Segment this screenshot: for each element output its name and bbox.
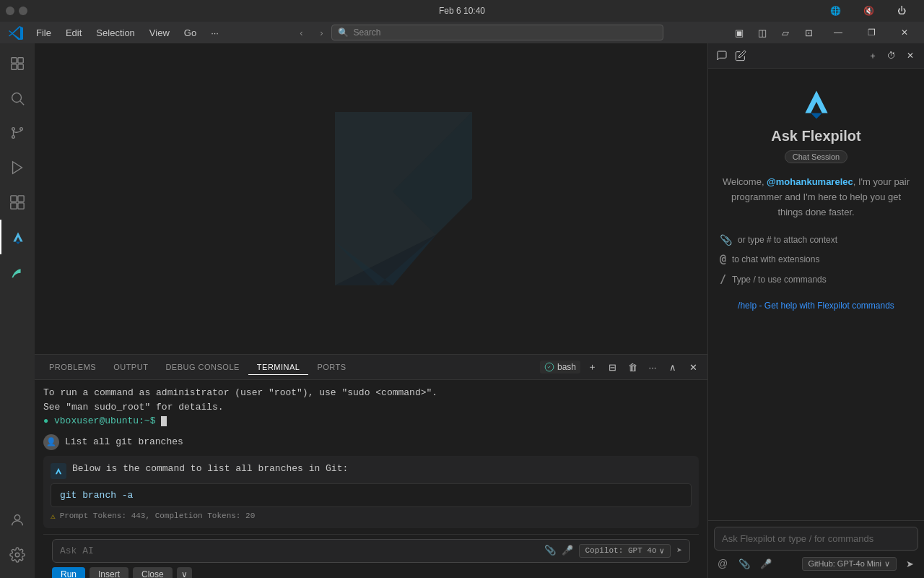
fp-send-button[interactable]: ➤ — [901, 555, 918, 572]
search-placeholder: Search — [353, 27, 380, 38]
activity-account[interactable] — [0, 503, 35, 538]
terminal-close-button[interactable]: ✕ — [684, 358, 702, 376]
close-button[interactable]: ✕ — [888, 22, 921, 43]
titlebar: Feb 6 10:40 🌐 🔇 ⏻ — [0, 0, 924, 22]
welcome-prefix: Welcome, — [723, 176, 767, 187]
search-area: ‹ › 🔍 Search — [226, 25, 729, 40]
help-items: 📎 or type # to attach context @ to chat … — [720, 234, 912, 286]
titlebar-date-time: Feb 6 10:40 — [439, 6, 485, 16]
activity-flexpilot[interactable] — [0, 220, 35, 254]
close-button[interactable]: Close — [133, 567, 173, 579]
terminal-toolbar: bash ＋ ⊟ 🗑 ··· ∧ ✕ — [540, 358, 702, 376]
terminal-prompt: vboxuser@ubuntu:~$ — [54, 415, 155, 426]
tab-problems[interactable]: PROBLEMS — [40, 360, 105, 374]
insert-button[interactable]: Insert — [90, 567, 128, 579]
flutter-logo-area — [35, 43, 707, 354]
svg-point-7 — [12, 136, 15, 139]
ai-send-icon[interactable]: ➤ — [676, 545, 682, 556]
fp-model-badge[interactable]: GitHub: GPT-4o Mini ∨ — [802, 557, 897, 571]
chat-icon[interactable] — [714, 48, 730, 64]
add-chat-button[interactable]: ＋ — [865, 48, 881, 64]
minimize-button[interactable]: — — [821, 22, 855, 43]
fp-at-button[interactable]: @ — [714, 555, 731, 572]
run-button[interactable]: Run — [52, 567, 85, 579]
svg-rect-13 — [11, 203, 17, 209]
layout-customize[interactable]: ⊡ — [798, 25, 819, 40]
terminal-more-button[interactable]: ··· — [644, 358, 661, 376]
layout-panel[interactable]: ◫ — [752, 25, 772, 40]
activity-run[interactable] — [0, 150, 35, 185]
chat-session-badge: Chat Session — [785, 150, 847, 163]
split-terminal-button[interactable]: ⊟ — [603, 358, 621, 376]
terminal-prompt-line: ● vboxuser@ubuntu:~$ — [43, 414, 699, 428]
menu-view[interactable]: View — [142, 25, 177, 41]
help-text-context: or type # to attach context — [738, 235, 837, 245]
mic-icon[interactable]: 🎤 — [562, 545, 573, 556]
mute-icon[interactable]: 🔇 — [852, 0, 885, 22]
edit-icon[interactable] — [733, 48, 749, 64]
menubar: File Edit Selection View Go ··· ‹ › 🔍 Se… — [0, 22, 924, 43]
network-icon[interactable]: 🌐 — [819, 0, 852, 22]
flexpilot-sidebar: ＋ ⏱ ✕ Ask Flexpilot Chat Session Welcome… — [707, 43, 924, 578]
tab-debug-console[interactable]: DEBUG CONSOLE — [157, 360, 248, 374]
titlebar-dot-2 — [19, 7, 27, 15]
fp-input-box[interactable]: Ask Flexpilot or type / for commands — [714, 527, 918, 551]
terminal-content[interactable]: To run a command as administrator (user … — [35, 380, 707, 578]
maximize-button[interactable]: ❐ — [855, 22, 888, 43]
menu-file[interactable]: File — [29, 25, 58, 41]
terminal-collapse-button[interactable]: ∧ — [664, 358, 681, 376]
tab-ports[interactable]: PORTS — [308, 360, 354, 374]
help-link[interactable]: /help - Get help with Flexpilot commands — [738, 301, 894, 311]
tab-terminal[interactable]: TERMINAL — [248, 360, 309, 375]
sidebar-header-actions: ＋ ⏱ ✕ — [865, 48, 918, 64]
menu-go[interactable]: Go — [177, 25, 204, 41]
ai-action-buttons: Run Insert Close ∨ — [52, 567, 690, 579]
svg-rect-3 — [18, 64, 23, 69]
paperclip-icon: 📎 — [720, 234, 732, 246]
ai-response-text: Below is the command to list all branche… — [72, 463, 348, 474]
token-info: ⚠ Prompt Tokens: 443, Completion Tokens:… — [51, 512, 692, 521]
flexpilot-logo — [798, 83, 835, 121]
attach-icon[interactable]: 📎 — [544, 545, 556, 556]
activity-leaf[interactable] — [0, 254, 35, 289]
code-content: git branch -a — [60, 490, 133, 501]
sidebar-close-button[interactable]: ✕ — [902, 48, 918, 64]
ai-input-field[interactable]: Ask AI 📎 🎤 Copilot: GPT 4o ∨ ➤ — [52, 539, 690, 563]
more-options-button[interactable]: ∨ — [177, 567, 192, 579]
fp-attach-button[interactable]: 📎 — [736, 555, 753, 572]
power-icon[interactable]: ⏻ — [885, 0, 918, 22]
new-terminal-button[interactable]: ＋ — [583, 358, 601, 376]
nav-back-button[interactable]: ‹ — [291, 25, 311, 40]
svg-line-5 — [20, 101, 24, 105]
welcome-text: Welcome, @mohankumarelec, I'm your pair … — [720, 175, 912, 220]
svg-point-17 — [14, 515, 19, 520]
ai-user-avatar: 👤 — [43, 434, 59, 450]
activity-search[interactable] — [0, 81, 35, 116]
ai-input-icons: 📎 🎤 — [544, 545, 573, 556]
menu-selection[interactable]: Selection — [89, 25, 141, 41]
nav-forward-button[interactable]: › — [311, 25, 331, 40]
sidebar-header-icons — [714, 48, 749, 64]
tab-output[interactable]: OUTPUT — [105, 360, 157, 374]
svg-point-8 — [20, 128, 23, 131]
activity-extensions[interactable] — [0, 185, 35, 220]
history-button[interactable]: ⏱ — [884, 48, 899, 64]
ai-model-badge[interactable]: Copilot: GPT 4o ∨ — [579, 544, 671, 558]
fp-mic-button[interactable]: 🎤 — [757, 555, 775, 572]
prompt-indicator: ● — [43, 416, 48, 426]
layout-sidebar-left[interactable]: ▣ — [729, 25, 749, 40]
activity-explorer[interactable] — [0, 46, 35, 81]
menu-edit[interactable]: Edit — [58, 25, 89, 41]
delete-terminal-button[interactable]: 🗑 — [624, 358, 641, 376]
menu-more[interactable]: ··· — [204, 25, 226, 41]
flexpilot-content: Ask Flexpilot Chat Session Welcome, @moh… — [708, 69, 924, 520]
ai-user-text: List all git branches — [65, 436, 183, 447]
layout-sidebar-right[interactable]: ▱ — [775, 25, 796, 40]
sidebar-header: ＋ ⏱ ✕ — [708, 43, 924, 69]
activity-settings[interactable] — [0, 538, 35, 572]
at-icon: @ — [720, 253, 726, 266]
help-text-commands: Type / to use commands — [732, 275, 827, 285]
ai-input-placeholder: Ask AI — [60, 545, 539, 556]
search-bar[interactable]: 🔍 Search — [331, 25, 663, 40]
activity-git[interactable] — [0, 116, 35, 150]
